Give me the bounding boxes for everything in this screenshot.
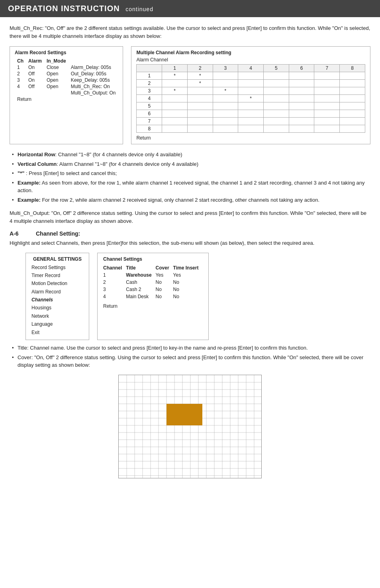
list-item: Motion Detection [31,279,83,287]
alarm-record-title: Alarm Record Settings [15,50,118,55]
list-item: Timer Record [31,271,83,279]
col-alarm: Alarm [26,58,44,64]
table-row: 3 Cash 2 No No [103,286,202,293]
a6-heading: A-6 Channel Setting: [10,230,370,237]
list-item: Horizontal Row: Channel "1~8" (for 4 cha… [14,151,370,159]
multi-channel-table: 1 2 3 4 5 6 7 8 1 * * [136,64,365,133]
channel-settings-box: Channel Settings Channel Title Cover Tim… [97,253,209,340]
channel-return: Return [103,303,203,309]
page-header: OPERATION INSTRUCTION continued [0,0,380,17]
alarm-channel-label: Alarm Channel [136,57,365,63]
list-item: Example: As seen from above, for the row… [14,179,370,195]
list-item: Network [31,312,83,320]
alarm-settings-container: Alarm Record Settings Ch Alarm In_Mode 1… [10,46,370,144]
list-item: Alarm Record [31,288,83,296]
cover-block [166,404,202,425]
header-title: OPERATION INSTRUCTION [8,4,120,13]
list-item: "*" : Press [Enter] to select and cancel… [14,169,370,177]
alarm-extra: Multi_Ch_Output: On [69,90,118,96]
cover-grid [118,375,262,478]
list-item: Exit [31,328,83,336]
list-item: Vertical Column: Alarm Channel "1~8" (fo… [14,160,370,168]
mc-row-6: 6 [137,110,365,118]
cover-grid-container [10,375,370,478]
col-mode: In_Mode [44,58,69,64]
a6-intro: Highlight and select Channels, then pres… [10,239,370,247]
channel-table: Channel Title Cover Time Insert 1 Wareho… [103,264,202,300]
alarm-return: Return [17,96,31,102]
alarm-record-settings-box: Alarm Record Settings Ch Alarm In_Mode 1… [10,46,123,144]
mc-header-row: 1 2 3 4 5 6 7 8 [137,65,365,72]
mc-row-5: 5 [137,102,365,110]
general-settings-list: Record Settings Timer Record Motion Dete… [31,264,83,337]
alarm-record-table: Ch Alarm In_Mode 1 On Close Alarm_Delay:… [15,58,118,102]
alarm-return-row: Return [15,96,118,102]
table-row: 2 Cash No No [103,279,202,286]
mc-row-7: 7 [137,118,365,125]
a6-label: A-6 [10,230,29,237]
table-row: 1 Warehouse Yes Yes [103,271,202,279]
col-setting [69,58,118,64]
table-row: 4 Off Open Multi_Ch_Rec: On [15,83,118,90]
alarm-header-row: Ch Alarm In_Mode [15,58,118,64]
multi-ch-output-para: Multi_Ch_Output: "On, Off" 2 difference … [10,209,370,225]
list-item: Example: For the row 2, while alarm chan… [14,196,370,204]
multi-channel-box: Multiple Channel Alarm Recording setting… [131,46,370,144]
mc-row-3: 3 * * [137,87,365,95]
table-row: 3 On Open Keep_Delay: 005s [15,77,118,83]
general-settings-title: GENERAL SETTINGS [31,256,83,262]
cover-bullets: Title: Channel name. Use the cursor to s… [14,344,370,369]
list-item: Cover: "On, Off" 2 difference status set… [14,354,370,369]
table-row: 4 Main Desk No No [103,293,202,300]
list-item: Record Settings [31,264,83,271]
settings-container: GENERAL SETTINGS Record Settings Timer R… [25,253,370,340]
channel-settings-title: Channel Settings [103,256,203,262]
list-item-channels: Channels [31,296,83,304]
table-row: 1 On Close Alarm_Delay: 005s [15,64,118,71]
mc-return: Return [136,135,365,141]
mc-row-1: 1 * * [137,72,365,80]
alarm-extra-row: Multi_Ch_Output: On [15,90,118,96]
multi-channel-title: Multiple Channel Alarm Recording setting [136,50,365,55]
bullet-list: Horizontal Row: Channel "1~8" (for 4 cha… [14,151,370,204]
a6-title: Channel Setting: [36,230,80,237]
mc-row-2: 2 * [137,80,365,87]
ch-header-row: Channel Title Cover Time Insert [103,264,202,271]
multi-ch-rec-intro: Multi_Ch_Rec: "On, Off" are the 2 differ… [10,24,370,40]
header-subtitle: continued [125,6,153,12]
table-row: 2 Off Open Out_Delay: 005s [15,71,118,77]
mc-row-4: 4 * [137,95,365,102]
list-item: Title: Channel name. Use the cursor to s… [14,344,370,352]
list-item: Language [31,320,83,328]
mc-row-8: 8 [137,125,365,133]
list-item: Housings [31,304,83,312]
col-ch: Ch [15,58,26,64]
general-settings-box: GENERAL SETTINGS Record Settings Timer R… [25,253,89,340]
grid-svg [119,375,262,478]
